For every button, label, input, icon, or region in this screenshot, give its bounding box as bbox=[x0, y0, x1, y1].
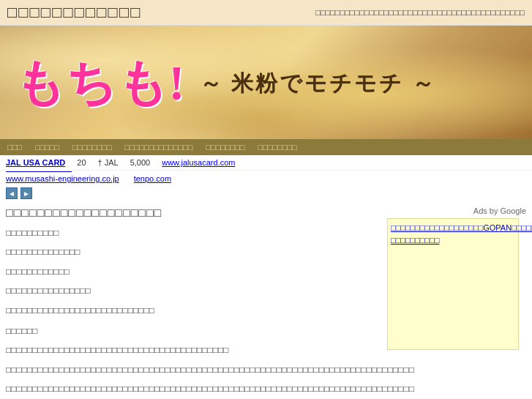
article-section2-line3: □□□□□□□□□□□□□□□□□□□□□□□□□□□□□□□□□□□□□□□□… bbox=[6, 381, 380, 396]
article-section2-line2: □□□□□□□□□□□□□□□□□□□□□□□□□□□□□□□□□□□□□□□□… bbox=[6, 362, 380, 377]
top-bar-description: □□□□□□□□□□□□□□□□□□□□□□□□□□□□□□□□□□□□□□□□… bbox=[315, 8, 525, 17]
nav-item-4[interactable]: □□□□□□□□□□□□□□ bbox=[124, 143, 192, 152]
nav-item-6[interactable]: □□□□□□□□ bbox=[258, 143, 297, 152]
article: □□□□□□□□□□□□□□□□□□□□ □□□□□□□□□□ □□□□□□□□… bbox=[6, 206, 380, 399]
nav-item-2[interactable]: □□□□□ bbox=[35, 143, 59, 152]
article-section2-title: □□□□□□ bbox=[6, 324, 380, 338]
article-title: □□□□□□□□□□□□□□□□□□□□ bbox=[6, 206, 380, 220]
underline-decoration bbox=[6, 171, 72, 172]
tenpo-link[interactable]: tenpo.com bbox=[134, 174, 171, 183]
info-dagger: † JAL bbox=[98, 158, 119, 167]
top-bar: □□□□□□□□□□□□ □□□□□□□□□□□□□□□□□□□□□□□□□□□… bbox=[0, 0, 532, 26]
hero-title: もちも! bbox=[15, 58, 185, 108]
nav-item-5[interactable]: □□□□□□□□ bbox=[206, 143, 244, 152]
info-num1: 20 bbox=[77, 158, 86, 167]
sidebar: Ads by Google □□□□□□□□□□□□□□□□□□□GOPAN□□… bbox=[387, 206, 526, 399]
hero-subtitle: ～ 米粉でモチモチ ～ bbox=[200, 69, 436, 99]
nav-bar: □□□ □□□□□ □□□□□□□□ □□□□□□□□□□□□□□ □□□□□□… bbox=[0, 139, 532, 155]
article-para-4: □□□□□□□□□□□□□□□□ bbox=[6, 283, 380, 298]
info-num2: 5,000 bbox=[130, 158, 151, 167]
ad-link-2[interactable]: □□□□□□□□□□ bbox=[391, 234, 515, 247]
musashi-link[interactable]: www.musashi-engineering.co.jp bbox=[6, 174, 119, 183]
ads-label: Ads by Google bbox=[387, 206, 526, 215]
next-arrow[interactable]: ► bbox=[20, 187, 32, 199]
nav-arrows: ◄ ► bbox=[0, 186, 532, 201]
article-para-5: □□□□□□□□□□□□□□□□□□□□□□□□□□□□ bbox=[6, 303, 380, 318]
article-para-1: □□□□□□□□□□ bbox=[6, 225, 380, 240]
ad-box: □□□□□□□□□□□□□□□□□□□GOPAN□□□□□□□□□□ □□□□□… bbox=[387, 218, 519, 350]
article-para-2: □□□□□□□□□□□□□□ bbox=[6, 245, 380, 259]
jal-url-link[interactable]: www.jalusacard.com bbox=[162, 158, 235, 167]
prev-arrow[interactable]: ◄ bbox=[6, 187, 18, 199]
article-para-3: □□□□□□□□□□□□ bbox=[6, 264, 380, 279]
nav-item-1[interactable]: □□□ bbox=[7, 143, 22, 152]
ad-link-1[interactable]: □□□□□□□□□□□□□□□□□□□GOPAN□□□□□□□□□□ bbox=[391, 222, 515, 234]
article-section2-line1: □□□□□□□□□□□□□□□□□□□□□□□□□□□□□□□□□□□□□□□□… bbox=[6, 343, 380, 357]
info-row: JAL USA CARD 20 † JAL 5,000 www.jalusaca… bbox=[0, 155, 532, 171]
main-layout: □□□□□□□□□□□□□□□□□□□□ □□□□□□□□□□ □□□□□□□□… bbox=[0, 201, 532, 399]
jal-usa-card-link[interactable]: JAL USA CARD bbox=[6, 158, 65, 167]
site-title: □□□□□□□□□□□□ bbox=[7, 3, 141, 22]
links-row: www.musashi-engineering.co.jp tenpo.com bbox=[0, 173, 532, 186]
nav-item-3[interactable]: □□□□□□□□ bbox=[72, 143, 111, 152]
hero-banner: もちも! ～ 米粉でモチモチ ～ bbox=[0, 26, 532, 139]
